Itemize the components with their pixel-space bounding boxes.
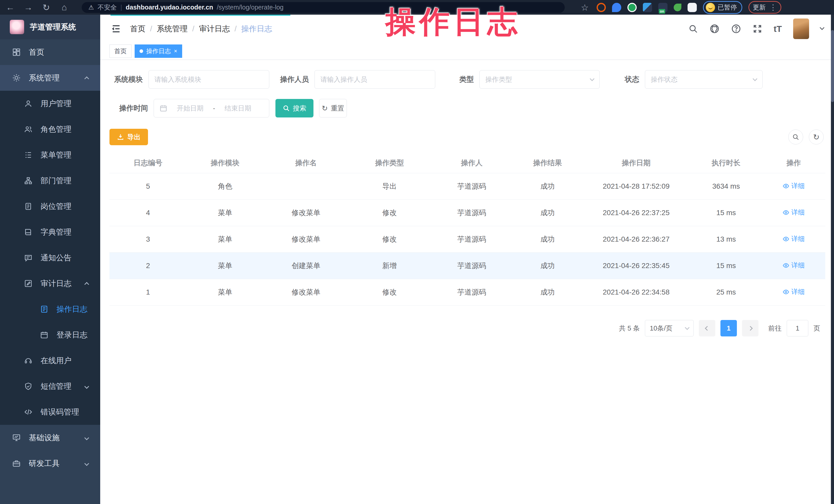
col-log-id: 日志编号: [109, 153, 186, 173]
forward-icon[interactable]: →: [23, 2, 34, 13]
col-module: 操作模块: [186, 153, 264, 173]
breadcrumb-home[interactable]: 首页: [130, 24, 146, 34]
browser-actions: ☆ on 已暂停 更新 ⋮: [579, 1, 781, 14]
sidebar-item-label: 研发工具: [29, 458, 60, 469]
prev-page-button[interactable]: [699, 320, 715, 336]
sidebar-item-role-mgmt[interactable]: 角色管理: [0, 116, 100, 142]
sidebar-item-notice[interactable]: 通知公告: [0, 245, 100, 271]
sidebar-item-home[interactable]: 首页: [0, 39, 100, 65]
github-icon[interactable]: [709, 24, 720, 34]
caret-down-icon[interactable]: [820, 26, 824, 31]
reload-icon[interactable]: ↻: [41, 2, 52, 13]
scrollbar[interactable]: [831, 15, 834, 504]
ext-blue-pin-icon[interactable]: [612, 3, 621, 12]
online-user-icon: [23, 356, 34, 365]
toggle-search-icon[interactable]: [788, 130, 803, 145]
sidebar-item-sms-mgmt[interactable]: 短信管理: [0, 373, 100, 399]
menu-fold-icon[interactable]: [111, 24, 121, 34]
next-page-button[interactable]: [742, 320, 759, 336]
scrollbar-thumb[interactable]: [831, 30, 834, 102]
app-logo-row[interactable]: 芋道管理系统: [0, 15, 100, 39]
current-page-button[interactable]: 1: [720, 320, 737, 336]
chevron-down-icon: [685, 325, 689, 330]
menu-dots-icon[interactable]: ⋮: [769, 3, 777, 12]
chevron-down-icon: [85, 459, 88, 468]
end-date-input[interactable]: [219, 104, 257, 112]
fullscreen-icon[interactable]: [752, 24, 762, 34]
breadcrumb-separator: /: [235, 24, 237, 33]
home-icon[interactable]: ⌂: [59, 2, 70, 13]
ext-orange-icon[interactable]: [597, 3, 606, 12]
sidebar-item-user-mgmt[interactable]: 用户管理: [0, 91, 100, 116]
type-placeholder: 操作类型: [485, 75, 512, 84]
ext-puzzle-icon[interactable]: [687, 3, 697, 12]
sidebar-item-login-log[interactable]: 登录日志: [0, 322, 100, 348]
operator-input[interactable]: [321, 75, 429, 84]
refresh-table-icon[interactable]: ↻: [809, 130, 824, 145]
sidebar-item-post-mgmt[interactable]: 岗位管理: [0, 194, 100, 219]
sidebar-item-label: 在线用户: [41, 355, 71, 366]
status-placeholder: 操作状态: [651, 75, 678, 84]
ext-blue-square-icon[interactable]: [643, 3, 652, 12]
tab-home[interactable]: 首页: [109, 44, 132, 58]
total-count: 共 5 条: [619, 324, 640, 333]
sidebar-item-system-mgmt[interactable]: 系统管理: [0, 65, 100, 91]
search-icon[interactable]: [688, 24, 698, 34]
chevron-right-icon: [748, 326, 752, 330]
profile-paused-badge[interactable]: 已暂停: [703, 1, 742, 14]
update-button[interactable]: 更新 ⋮: [748, 1, 781, 14]
sidebar-item-label: 菜单管理: [41, 150, 71, 160]
role-icon: [23, 125, 34, 133]
detail-link[interactable]: 详细: [783, 181, 805, 191]
ext-stack-icon[interactable]: on: [658, 3, 667, 12]
sidebar-item-dict-mgmt[interactable]: 字典管理: [0, 219, 100, 245]
breadcrumb-audit[interactable]: 审计日志: [199, 24, 230, 34]
time-label: 操作时间: [109, 103, 148, 113]
cell-log-id: 5: [109, 174, 186, 199]
tab-operate-log[interactable]: 操作日志 ×: [135, 44, 182, 58]
start-date-input[interactable]: [171, 104, 210, 112]
cell-operator: 芋道源码: [431, 200, 513, 226]
sidebar-item-menu-mgmt[interactable]: 菜单管理: [0, 142, 100, 168]
tags-view-bar: 首页 操作日志 ×: [100, 43, 834, 60]
export-button[interactable]: 导出: [109, 129, 148, 145]
main-area: 首页 / 系统管理 / 审计日志 / 操作日志: [100, 15, 834, 504]
help-icon[interactable]: [731, 24, 741, 34]
type-select[interactable]: 操作类型: [479, 70, 600, 89]
search-button[interactable]: 搜索: [276, 99, 313, 117]
sidebar-item-error-code[interactable]: 错误码管理: [0, 399, 100, 425]
cell-result: 成功: [513, 226, 582, 253]
cell-operator: 芋道源码: [431, 226, 513, 253]
breadcrumb-system[interactable]: 系统管理: [157, 24, 188, 34]
sidebar-item-dept-mgmt[interactable]: 部门管理: [0, 168, 100, 194]
detail-link[interactable]: 详细: [783, 234, 805, 243]
page-unit-label: 页: [813, 324, 820, 333]
goto-page-input[interactable]: [787, 320, 808, 336]
bookmark-star-icon[interactable]: ☆: [579, 2, 590, 13]
login-log-icon: [39, 331, 49, 339]
ext-green-v-icon[interactable]: [628, 3, 637, 12]
sidebar-item-infrastructure[interactable]: 基础设施: [0, 425, 100, 451]
cell-duration: 13 ms: [690, 227, 762, 251]
sidebar-item-online-users[interactable]: 在线用户: [0, 348, 100, 373]
sidebar-item-operate-log[interactable]: 操作日志: [0, 296, 100, 322]
reset-button[interactable]: ↻ 重置: [319, 99, 347, 117]
detail-link[interactable]: 详细: [783, 208, 805, 217]
module-input[interactable]: [154, 75, 263, 84]
back-icon[interactable]: ←: [5, 2, 16, 13]
font-size-icon[interactable]: tT: [774, 24, 782, 34]
detail-link[interactable]: 详细: [783, 261, 805, 270]
detail-link[interactable]: 详细: [783, 287, 805, 296]
sidebar-item-label: 操作日志: [57, 304, 87, 314]
close-icon[interactable]: ×: [174, 48, 177, 54]
operate-log-icon: [39, 305, 49, 313]
address-bar[interactable]: ⚠ 不安全 | dashboard.yudao.iocoder.cn /syst…: [82, 2, 565, 13]
date-range-picker[interactable]: -: [154, 99, 269, 117]
ext-green-leaf-icon[interactable]: [674, 4, 681, 11]
page-size-select[interactable]: 10条/页: [645, 320, 694, 336]
status-select[interactable]: 操作状态: [645, 70, 763, 89]
user-avatar[interactable]: [793, 19, 809, 39]
sidebar-item-dev-tools[interactable]: 研发工具: [0, 451, 100, 476]
sidebar-item-audit-log[interactable]: 审计日志: [0, 271, 100, 296]
col-duration: 执行时长: [690, 153, 762, 173]
